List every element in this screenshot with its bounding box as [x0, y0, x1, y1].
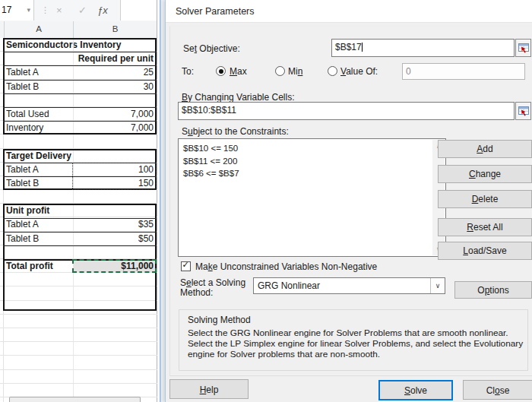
cell-a10[interactable]: Tablet A [4, 163, 73, 176]
radio-value-of-label[interactable]: Value Of: [340, 66, 378, 77]
cell-a14[interactable]: Tablet A [4, 217, 73, 230]
cell-a5[interactable] [4, 93, 73, 106]
cell-a8[interactable] [4, 135, 73, 147]
cell-a1[interactable]: Semiconductors Inventory [4, 38, 73, 51]
cell-b11[interactable]: 150 [73, 176, 157, 189]
cancel-icon[interactable]: × [56, 0, 62, 21]
cell-a2[interactable] [4, 52, 73, 65]
add-button[interactable]: Add [438, 140, 532, 158]
constraint-item[interactable]: $B$10 <= 150 [183, 142, 430, 155]
constraints-label: Subject to the Constraints: [182, 126, 289, 137]
cell-a16[interactable] [4, 245, 73, 258]
check-icon: ✓ [182, 260, 189, 270]
solve-button[interactable]: Solve [378, 380, 453, 400]
empty-row[interactable] [0, 356, 157, 369]
empty-row[interactable] [0, 286, 157, 300]
cell-b17-objective[interactable]: $11,000 [73, 259, 157, 272]
empty-row[interactable] [0, 301, 157, 315]
separator-dots-icon: ⋮ [41, 0, 49, 21]
text-caret [362, 43, 363, 52]
cell-b13[interactable] [73, 204, 157, 217]
cell-a6[interactable]: Total Used [4, 107, 73, 120]
empty-row[interactable] [0, 328, 157, 342]
cell-a11[interactable]: Tablet B [4, 176, 73, 189]
table-row: Required per unit [0, 52, 157, 65]
delete-button[interactable]: Delete [438, 190, 532, 208]
cell-reference-picker-button[interactable] [515, 39, 531, 57]
changing-cells-input[interactable]: $B$10:$B$11 [178, 102, 515, 120]
chevron-down-icon[interactable]: ▾ [27, 0, 30, 21]
column-headers: A B [0, 21, 157, 39]
window-border-line [160, 0, 161, 402]
table-row: Tablet B150 [0, 176, 157, 190]
excel-solver-screen: 17 ▾ ⋮ × ✓ ƒx A B Semiconductors Invento… [0, 0, 532, 402]
change-button[interactable]: Change [438, 165, 532, 183]
reset-all-button[interactable]: Reset All [438, 218, 532, 236]
cell-b7[interactable]: 7,000 [73, 121, 157, 134]
table-row: Tablet A$35 [0, 217, 157, 231]
cell-a9[interactable]: Target Delivery [4, 149, 73, 162]
radio-max[interactable] [216, 66, 226, 76]
cell-b8[interactable] [73, 135, 157, 147]
horizontal-scrollbar-thumb[interactable] [9, 397, 141, 402]
non-negative-checkbox[interactable]: ✓ [181, 261, 191, 271]
insert-function-icon[interactable]: ƒx [97, 0, 108, 21]
load-save-button[interactable]: Load/Save [438, 242, 532, 260]
table-row: Total profit$11,000 [0, 259, 157, 273]
cell-b6[interactable]: 7,000 [73, 107, 157, 120]
solving-method-dropdown[interactable]: GRG Nonlinear ∨ [253, 277, 445, 294]
empty-row[interactable] [0, 370, 157, 384]
cell-b2[interactable]: Required per unit [73, 52, 157, 65]
close-button[interactable]: Close [463, 380, 532, 400]
to-label: To: [182, 66, 194, 77]
cell-a12[interactable] [4, 190, 73, 203]
empty-row[interactable] [0, 315, 157, 328]
set-objective-label: Set Objective: [183, 43, 240, 54]
radio-min-label[interactable]: Min [288, 66, 302, 77]
cell-b5[interactable] [73, 93, 157, 106]
constraints-listbox[interactable]: $B$10 <= 150 $B$11 <= 200 $B$6 <= $B$7 ∧… [178, 138, 446, 257]
cell-a15[interactable]: Tablet B [4, 232, 73, 245]
cell-b4[interactable]: 30 [73, 80, 157, 93]
cell-b9[interactable] [73, 149, 157, 162]
table-row [0, 93, 157, 107]
collapse-dialog-icon [518, 43, 529, 53]
value-of-input[interactable]: 0 [402, 63, 525, 80]
cell-b16[interactable] [73, 245, 157, 258]
window-edge [157, 0, 165, 402]
constraint-item[interactable]: $B$11 <= 200 [183, 155, 430, 168]
cell-a13[interactable]: Unit profit [4, 204, 73, 217]
enter-icon[interactable]: ✓ [78, 0, 87, 21]
column-header-b[interactable]: B [74, 21, 157, 38]
cell-reference-picker-button[interactable] [515, 102, 531, 120]
chevron-down-icon[interactable]: ∨ [430, 278, 445, 293]
cell-a3[interactable]: Tablet A [4, 65, 73, 78]
set-objective-input[interactable]: $B$17 [331, 39, 515, 57]
dialog-title-bar[interactable]: Solver Parameters [166, 0, 532, 23]
options-button[interactable]: Options [454, 281, 532, 299]
cell-a17[interactable]: Total profit [4, 259, 73, 272]
empty-row[interactable] [0, 342, 157, 356]
cell-a4[interactable]: Tablet B [4, 80, 73, 93]
constraint-item[interactable]: $B$6 <= $B$7 [183, 167, 430, 180]
help-button[interactable]: Help [169, 379, 249, 399]
empty-row[interactable] [0, 384, 157, 397]
table-row: Tablet A100 [0, 163, 157, 176]
column-header-a[interactable]: A [5, 21, 74, 38]
non-negative-label[interactable]: Make Unconstrained Variables Non-Negativ… [195, 261, 377, 272]
name-box[interactable]: 17 ▾ [0, 0, 34, 21]
dialog-title: Solver Parameters [176, 0, 255, 23]
empty-row[interactable] [0, 273, 157, 286]
table-row [0, 135, 157, 148]
radio-min[interactable] [275, 66, 285, 76]
formula-bar[interactable] [120, 0, 158, 21]
radio-max-label[interactable]: Max [230, 66, 247, 77]
cell-b1[interactable] [73, 38, 157, 51]
cell-b12[interactable] [73, 190, 157, 203]
cell-b15[interactable]: $50 [73, 232, 157, 245]
radio-value-of[interactable] [328, 66, 337, 76]
cell-b10[interactable]: 100 [73, 163, 157, 176]
cell-b14[interactable]: $35 [73, 217, 157, 230]
cell-b3[interactable]: 25 [73, 65, 157, 78]
cell-a7[interactable]: Inventory [4, 121, 73, 134]
